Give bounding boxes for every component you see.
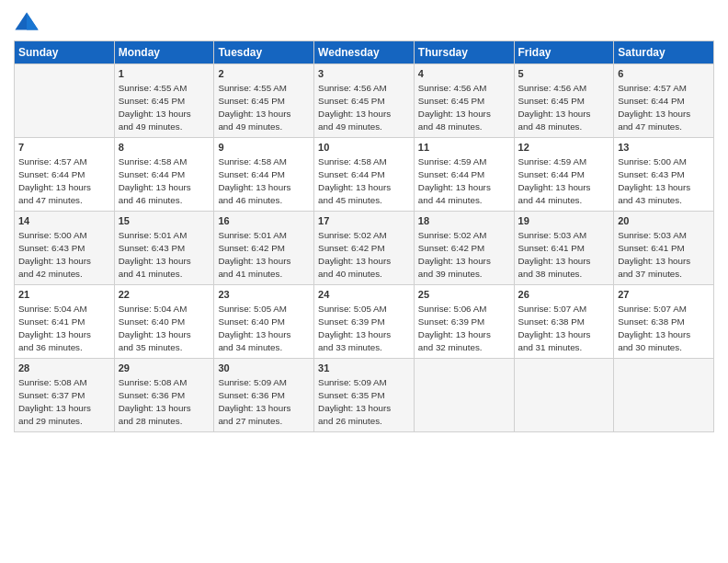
day-cell: 24Sunrise: 5:05 AMSunset: 6:39 PMDayligh… xyxy=(314,285,415,359)
day-cell: 11Sunrise: 4:59 AMSunset: 6:44 PMDayligh… xyxy=(414,138,514,212)
day-number: 30 xyxy=(218,362,310,375)
day-cell: 20Sunrise: 5:03 AMSunset: 6:41 PMDayligh… xyxy=(614,212,714,285)
day-info: Sunrise: 5:04 AMSunset: 6:41 PMDaylight:… xyxy=(18,303,110,353)
day-number: 1 xyxy=(119,67,210,81)
day-number: 11 xyxy=(418,141,510,155)
day-cell: 17Sunrise: 5:02 AMSunset: 6:42 PMDayligh… xyxy=(314,212,415,285)
day-cell: 22Sunrise: 5:04 AMSunset: 6:40 PMDayligh… xyxy=(114,285,214,359)
day-number: 16 xyxy=(218,214,310,228)
day-cell: 4Sunrise: 4:56 AMSunset: 6:45 PMDaylight… xyxy=(414,64,514,138)
day-info: Sunrise: 4:58 AMSunset: 6:44 PMDaylight:… xyxy=(218,155,310,206)
day-info: Sunrise: 5:04 AMSunset: 6:40 PMDaylight:… xyxy=(119,303,210,353)
day-number: 7 xyxy=(18,141,110,155)
day-cell: 13Sunrise: 5:00 AMSunset: 6:43 PMDayligh… xyxy=(614,138,714,212)
day-number: 24 xyxy=(318,288,410,302)
day-info: Sunrise: 4:56 AMSunset: 6:45 PMDaylight:… xyxy=(418,82,510,132)
day-number: 17 xyxy=(318,214,410,228)
day-info: Sunrise: 5:03 AMSunset: 6:41 PMDaylight:… xyxy=(518,229,610,280)
day-number: 27 xyxy=(618,288,710,302)
day-number: 14 xyxy=(18,214,110,228)
header-row: SundayMondayTuesdayWednesdayThursdayFrid… xyxy=(15,41,714,64)
day-info: Sunrise: 5:06 AMSunset: 6:39 PMDaylight:… xyxy=(418,303,510,353)
day-cell: 8Sunrise: 4:58 AMSunset: 6:44 PMDaylight… xyxy=(114,138,214,212)
day-info: Sunrise: 5:08 AMSunset: 6:37 PMDaylight:… xyxy=(18,376,110,427)
col-header-sunday: Sunday xyxy=(15,41,115,64)
day-cell: 29Sunrise: 5:08 AMSunset: 6:36 PMDayligh… xyxy=(114,359,214,432)
day-info: Sunrise: 5:07 AMSunset: 6:38 PMDaylight:… xyxy=(518,303,610,353)
day-info: Sunrise: 4:58 AMSunset: 6:44 PMDaylight:… xyxy=(119,155,210,206)
day-info: Sunrise: 5:09 AMSunset: 6:35 PMDaylight:… xyxy=(318,376,410,427)
day-number: 5 xyxy=(518,67,610,81)
day-number: 12 xyxy=(518,141,610,155)
day-cell: 25Sunrise: 5:06 AMSunset: 6:39 PMDayligh… xyxy=(414,285,514,359)
col-header-saturday: Saturday xyxy=(614,41,714,64)
day-info: Sunrise: 4:58 AMSunset: 6:44 PMDaylight:… xyxy=(318,155,410,206)
day-info: Sunrise: 5:00 AMSunset: 6:43 PMDaylight:… xyxy=(18,229,110,280)
day-info: Sunrise: 5:05 AMSunset: 6:40 PMDaylight:… xyxy=(218,303,310,353)
day-info: Sunrise: 4:55 AMSunset: 6:45 PMDaylight:… xyxy=(119,82,210,132)
day-cell: 27Sunrise: 5:07 AMSunset: 6:38 PMDayligh… xyxy=(614,285,714,359)
day-number: 26 xyxy=(518,288,610,302)
week-row-3: 14Sunrise: 5:00 AMSunset: 6:43 PMDayligh… xyxy=(15,212,714,285)
day-number: 22 xyxy=(119,288,210,302)
day-number: 13 xyxy=(618,141,710,155)
day-cell xyxy=(414,359,514,432)
day-number: 9 xyxy=(218,141,310,155)
day-cell: 28Sunrise: 5:08 AMSunset: 6:37 PMDayligh… xyxy=(15,359,115,432)
day-cell xyxy=(514,359,614,432)
day-cell: 26Sunrise: 5:07 AMSunset: 6:38 PMDayligh… xyxy=(514,285,614,359)
logo-icon xyxy=(14,9,40,35)
day-cell: 18Sunrise: 5:02 AMSunset: 6:42 PMDayligh… xyxy=(414,212,514,285)
day-info: Sunrise: 5:07 AMSunset: 6:38 PMDaylight:… xyxy=(618,303,710,353)
day-info: Sunrise: 5:08 AMSunset: 6:36 PMDaylight:… xyxy=(119,376,210,427)
day-number: 25 xyxy=(418,288,510,302)
day-info: Sunrise: 4:55 AMSunset: 6:45 PMDaylight:… xyxy=(218,82,310,132)
day-info: Sunrise: 4:57 AMSunset: 6:44 PMDaylight:… xyxy=(618,82,710,132)
day-cell: 2Sunrise: 4:55 AMSunset: 6:45 PMDaylight… xyxy=(214,64,314,138)
day-cell xyxy=(614,359,714,432)
day-cell: 21Sunrise: 5:04 AMSunset: 6:41 PMDayligh… xyxy=(15,285,115,359)
day-cell: 5Sunrise: 4:56 AMSunset: 6:45 PMDaylight… xyxy=(514,64,614,138)
logo xyxy=(14,9,43,35)
day-info: Sunrise: 4:59 AMSunset: 6:44 PMDaylight:… xyxy=(418,155,510,206)
day-cell: 9Sunrise: 4:58 AMSunset: 6:44 PMDaylight… xyxy=(214,138,314,212)
page: SundayMondayTuesdayWednesdayThursdayFrid… xyxy=(0,0,728,563)
svg-marker-1 xyxy=(27,13,39,30)
day-number: 3 xyxy=(318,67,410,81)
day-cell: 23Sunrise: 5:05 AMSunset: 6:40 PMDayligh… xyxy=(214,285,314,359)
col-header-thursday: Thursday xyxy=(414,41,514,64)
day-number: 2 xyxy=(218,67,310,81)
day-number: 23 xyxy=(218,288,310,302)
day-info: Sunrise: 4:56 AMSunset: 6:45 PMDaylight:… xyxy=(518,82,610,132)
day-number: 29 xyxy=(119,362,210,375)
day-number: 19 xyxy=(518,214,610,228)
day-cell: 30Sunrise: 5:09 AMSunset: 6:36 PMDayligh… xyxy=(214,359,314,432)
day-info: Sunrise: 5:01 AMSunset: 6:42 PMDaylight:… xyxy=(218,229,310,280)
day-info: Sunrise: 5:09 AMSunset: 6:36 PMDaylight:… xyxy=(218,376,310,427)
day-cell: 3Sunrise: 4:56 AMSunset: 6:45 PMDaylight… xyxy=(314,64,415,138)
day-cell: 1Sunrise: 4:55 AMSunset: 6:45 PMDaylight… xyxy=(114,64,214,138)
day-number: 18 xyxy=(418,214,510,228)
day-cell: 10Sunrise: 4:58 AMSunset: 6:44 PMDayligh… xyxy=(314,138,415,212)
day-cell: 31Sunrise: 5:09 AMSunset: 6:35 PMDayligh… xyxy=(314,359,415,432)
day-info: Sunrise: 5:02 AMSunset: 6:42 PMDaylight:… xyxy=(418,229,510,280)
col-header-tuesday: Tuesday xyxy=(214,41,314,64)
week-row-5: 28Sunrise: 5:08 AMSunset: 6:37 PMDayligh… xyxy=(15,359,714,432)
day-info: Sunrise: 4:56 AMSunset: 6:45 PMDaylight:… xyxy=(318,82,410,132)
day-number: 10 xyxy=(318,141,410,155)
day-cell: 12Sunrise: 4:59 AMSunset: 6:44 PMDayligh… xyxy=(514,138,614,212)
day-info: Sunrise: 5:03 AMSunset: 6:41 PMDaylight:… xyxy=(618,229,710,280)
day-info: Sunrise: 4:57 AMSunset: 6:44 PMDaylight:… xyxy=(18,155,110,206)
day-number: 20 xyxy=(618,214,710,228)
day-number: 15 xyxy=(119,214,210,228)
day-cell: 16Sunrise: 5:01 AMSunset: 6:42 PMDayligh… xyxy=(214,212,314,285)
col-header-monday: Monday xyxy=(114,41,214,64)
week-row-4: 21Sunrise: 5:04 AMSunset: 6:41 PMDayligh… xyxy=(15,285,714,359)
day-number: 6 xyxy=(618,67,710,81)
day-cell: 19Sunrise: 5:03 AMSunset: 6:41 PMDayligh… xyxy=(514,212,614,285)
calendar-table: SundayMondayTuesdayWednesdayThursdayFrid… xyxy=(14,40,714,432)
day-info: Sunrise: 5:01 AMSunset: 6:43 PMDaylight:… xyxy=(119,229,210,280)
day-cell: 14Sunrise: 5:00 AMSunset: 6:43 PMDayligh… xyxy=(15,212,115,285)
week-row-1: 1Sunrise: 4:55 AMSunset: 6:45 PMDaylight… xyxy=(15,64,714,138)
day-number: 8 xyxy=(119,141,210,155)
